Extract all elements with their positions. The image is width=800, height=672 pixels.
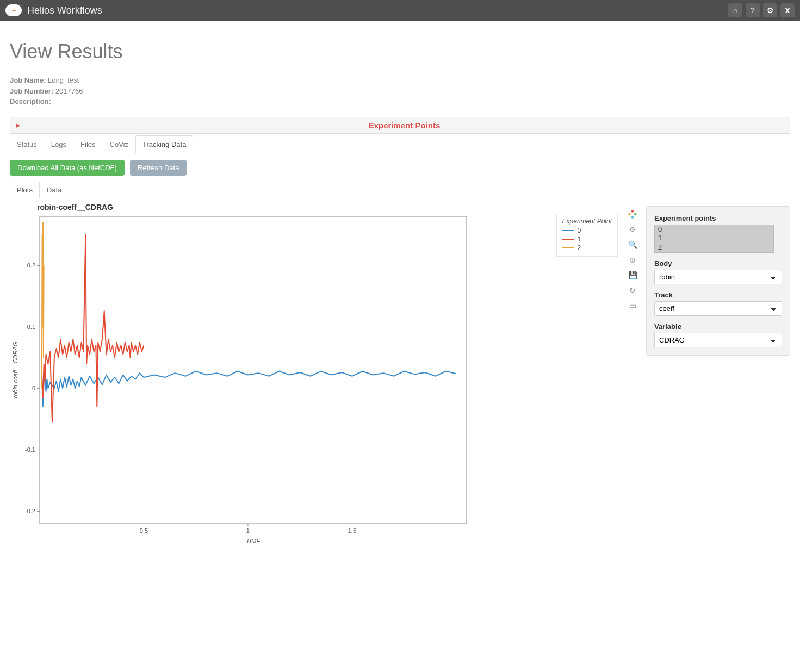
- body-select[interactable]: robin: [654, 270, 782, 284]
- plot-controls-panel: Experiment points 0 1 2 Body robin Track…: [646, 206, 790, 356]
- main-tabs: Status Logs Files CoViz Tracking Data: [10, 135, 790, 153]
- variable-select[interactable]: CDRAG: [654, 333, 782, 347]
- gear-icon: ⚙: [767, 6, 774, 15]
- sub-tabs: Plots Data: [10, 181, 790, 198]
- save-tool-icon[interactable]: 💾: [627, 269, 638, 281]
- box-zoom-tool-icon[interactable]: 🔍: [627, 239, 638, 251]
- help-button[interactable]: ?: [746, 3, 760, 17]
- chart-svg[interactable]: -0.2-0.100.10.20.511.5TIMErobin-coeff__C…: [10, 214, 488, 545]
- navbar: ☀ Helios Workflows ⌂ ? ⚙ x: [0, 0, 800, 21]
- svg-point-21: [631, 216, 634, 219]
- app-logo: ☀: [5, 4, 22, 16]
- sub-tab-plots[interactable]: Plots: [10, 182, 40, 198]
- settings-button[interactable]: ⚙: [763, 3, 777, 17]
- bokeh-logo-icon[interactable]: [627, 208, 638, 220]
- exp-point-option-1[interactable]: 1: [655, 234, 773, 243]
- expand-icon: ▶: [16, 122, 20, 129]
- page-title: View Results: [10, 40, 790, 63]
- chart-title: robin-coeff__CDRAG: [37, 203, 641, 211]
- legend-label: 0: [578, 227, 581, 234]
- svg-point-22: [628, 213, 631, 215]
- download-all-data-button[interactable]: Download All Data (as NetCDF): [10, 160, 125, 176]
- job-number-value: 2017766: [55, 87, 83, 95]
- exp-point-option-0[interactable]: 0: [655, 225, 773, 234]
- pan-tool-icon[interactable]: ✥: [627, 223, 638, 235]
- close-icon: x: [785, 5, 790, 15]
- tab-status[interactable]: Status: [10, 135, 44, 153]
- svg-text:0.1: 0.1: [27, 323, 35, 330]
- hover-tool-icon[interactable]: ▭: [627, 300, 638, 312]
- chart-toolbar: ✥ 🔍 ⊕ 💾 ↻ ▭: [624, 208, 641, 312]
- sub-tab-data[interactable]: Data: [40, 182, 69, 198]
- app-title: Helios Workflows: [27, 5, 102, 16]
- svg-text:0.5: 0.5: [140, 527, 148, 534]
- legend-item[interactable]: 1: [562, 235, 612, 243]
- refresh-data-button[interactable]: Refresh Data: [130, 160, 187, 176]
- close-button[interactable]: x: [780, 3, 795, 17]
- wheel-zoom-tool-icon[interactable]: ⊕: [627, 254, 638, 266]
- job-name-value: Long_test: [48, 76, 79, 84]
- help-icon: ?: [751, 6, 755, 15]
- chart-legend: Experiment Point 012: [556, 214, 618, 257]
- tab-coviz[interactable]: CoViz: [103, 135, 135, 153]
- experiment-points-panel-header[interactable]: ▶ Experiment Points: [10, 117, 790, 134]
- tab-tracking-data[interactable]: Tracking Data: [135, 135, 193, 153]
- exp-points-listbox[interactable]: 0 1 2: [654, 225, 774, 253]
- legend-label: 2: [578, 244, 581, 252]
- svg-text:-0.2: -0.2: [25, 508, 35, 514]
- variable-label: Variable: [654, 322, 782, 331]
- chart-container: robin-coeff__CDRAG -0.2-0.100.10.20.511.…: [10, 203, 641, 547]
- body-label: Body: [654, 259, 782, 267]
- svg-text:robin-coeff__CDRAG: robin-coeff__CDRAG: [12, 341, 18, 398]
- legend-swatch: [562, 230, 574, 231]
- legend-swatch: [562, 247, 574, 248]
- svg-point-20: [634, 213, 637, 215]
- svg-text:0: 0: [32, 385, 35, 391]
- job-metadata: Job Name: Long_test Job Number: 2017766 …: [10, 75, 790, 107]
- tab-files[interactable]: Files: [73, 135, 102, 153]
- svg-text:-0.1: -0.1: [25, 446, 35, 453]
- exp-points-label: Experiment points: [654, 214, 782, 222]
- home-icon: ⌂: [733, 6, 737, 15]
- track-select[interactable]: coeff: [654, 301, 782, 316]
- legend-item[interactable]: 0: [562, 227, 612, 234]
- experiment-points-title: Experiment Points: [24, 121, 784, 130]
- svg-text:1.5: 1.5: [348, 527, 356, 534]
- svg-rect-0: [40, 216, 467, 524]
- legend-title: Experiment Point: [562, 217, 612, 225]
- track-label: Track: [654, 291, 782, 299]
- home-button[interactable]: ⌂: [728, 3, 742, 17]
- reset-tool-icon[interactable]: ↻: [627, 284, 638, 296]
- legend-swatch: [562, 239, 574, 240]
- legend-label: 1: [578, 235, 581, 243]
- legend-item[interactable]: 2: [562, 244, 612, 252]
- svg-text:1: 1: [246, 527, 250, 534]
- svg-point-19: [631, 210, 634, 213]
- exp-point-option-2[interactable]: 2: [655, 243, 773, 252]
- svg-text:0.2: 0.2: [27, 262, 35, 269]
- svg-text:TIME: TIME: [246, 538, 261, 544]
- tab-logs[interactable]: Logs: [44, 135, 73, 153]
